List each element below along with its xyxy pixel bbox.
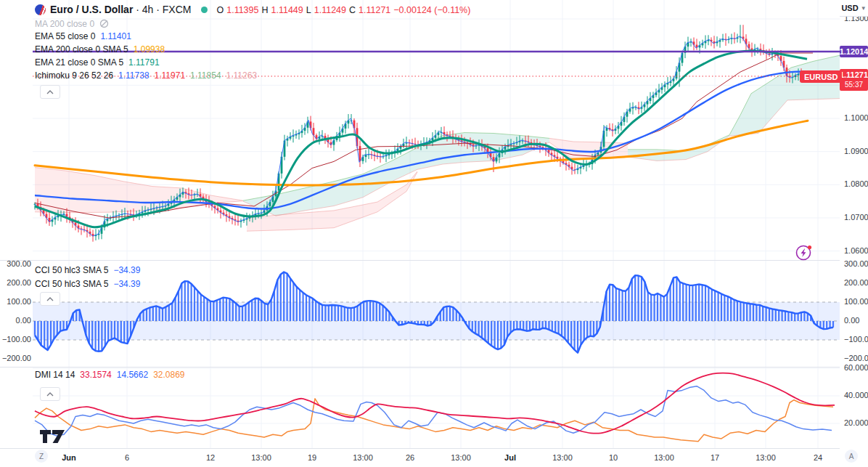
cci-left-axis-label: 200.00 [0, 278, 31, 287]
symbol-legend-row[interactable]: Euro / U.S. Dollar · 4h · FXCMO1.11395H1… [35, 4, 470, 16]
time-axis-label: 6 [125, 453, 129, 462]
price-axis-label: 1.10000 [844, 113, 868, 122]
ichimoku-cloud [628, 135, 729, 161]
cci-left-axis-label: 0.00 [0, 316, 31, 325]
cci-label-2: CCI 50 hlc3 SMA 5 [35, 279, 108, 289]
cci-axis-label: −100.00 [844, 335, 868, 344]
dmi-pane-collapse-button[interactable] [40, 387, 60, 401]
price-axis[interactable]: USD ▼ 1.130001.100001.090001.080001.0700… [840, 0, 868, 467]
price-axis-label: 1.09000 [844, 147, 868, 155]
dmi-value: 33.1574 [80, 370, 111, 380]
time-axis-label: 17 [711, 453, 719, 462]
cci-left-axis-label: 300.00 [0, 259, 31, 268]
ichimoku-value: 1.11738 [118, 70, 150, 81]
cci-axis-label: 100.00 [844, 297, 868, 306]
ema200-value: 1.09938 [134, 44, 165, 54]
price-change: −0.00124 (−0.11%) [393, 5, 470, 15]
dmi-axis-label: 60.0000 [844, 363, 868, 372]
time-axis-label: 13:00 [552, 453, 573, 462]
ohlc-item: H1.11449 [261, 5, 303, 15]
chevron-up-icon [46, 391, 54, 397]
ema55-label: EMA 55 close 0 [35, 31, 95, 41]
ichimoku-value: 1.11971 [155, 70, 186, 81]
visibility-off-icon[interactable] [99, 19, 109, 31]
tradingview-chart-window: Euro / U.S. Dollar · 4h · FXCMO1.11395H1… [0, 0, 868, 467]
last-price-value: 1.11271 [840, 70, 868, 80]
bar-countdown: 55:37 [845, 80, 863, 89]
cci-value-2: −34.39 [113, 279, 140, 289]
auto-scale-badge[interactable]: A [845, 450, 858, 463]
ohlc-values: O1.11395H1.11449L1.11249C1.11271 [216, 5, 393, 15]
main-pane-collapse-button[interactable] [40, 85, 60, 99]
ohlc-item: L1.11249 [306, 5, 346, 15]
ema21-label: EMA 21 close 0 SMA 5 [35, 57, 123, 68]
time-axis-label: 13:00 [251, 453, 271, 462]
horizontal-line-price-label: 1.12014 [840, 46, 868, 57]
cci-axis-label: 0.00 [844, 316, 859, 325]
ma200-label: MA 200 close 0 [35, 19, 94, 29]
cci-legend-row-1[interactable]: CCI 50 hlc3 SMA 5−34.39 [35, 265, 140, 276]
time-axis-label: 10 [609, 453, 618, 462]
ohlc-item: C1.11271 [349, 5, 390, 15]
ema55-value: 1.11401 [100, 31, 131, 41]
price-axis-label: 1.06000 [844, 246, 868, 255]
ohlc-item: O1.11395 [216, 5, 258, 15]
dmi-label: DMI 14 14 [35, 370, 75, 380]
ema200-label: EMA 200 close 0 SMA 5 [35, 44, 128, 54]
time-axis-label: 19 [308, 453, 316, 462]
currency-label: USD [841, 4, 858, 12]
cci-label-1: CCI 50 hlc3 SMA 5 [35, 265, 108, 275]
market-status-icon[interactable] [201, 7, 208, 13]
indicator-legend-ema200[interactable]: EMA 200 close 0 SMA 51.09938 [35, 44, 165, 55]
cci-value-1: −34.39 [113, 265, 140, 275]
lightning-alert-icon[interactable] [795, 243, 814, 261]
time-axis-label: Jun [62, 453, 76, 462]
dmi-axis-label: 20.0000 [844, 418, 868, 427]
time-axis-label: 13:00 [756, 453, 776, 462]
chevron-up-icon [46, 296, 54, 302]
cci-left-axis-label: −200.00 [0, 354, 31, 362]
dmi-value: 32.0869 [153, 370, 184, 380]
time-axis-label: 13:00 [451, 453, 471, 462]
candle-body [359, 146, 361, 161]
cci-left-axis-label: 100.00 [0, 297, 31, 306]
indicator-legend-ema21[interactable]: EMA 21 close 0 SMA 51.11791 [35, 57, 160, 68]
ichimoku-value: 1.11263 [226, 70, 258, 81]
time-axis-label: 13:00 [353, 453, 373, 462]
cci-legend-row-2[interactable]: CCI 50 hlc3 SMA 5−34.39 [35, 279, 140, 290]
last-price-label: 1.11271 55:37 [840, 69, 868, 91]
time-axis-label: 12 [206, 453, 215, 462]
time-axis-label: 24 [814, 453, 822, 462]
symbol-tag-text: EURUSD [804, 73, 838, 81]
ichimoku-values: 1.117381.119711.118541.11263 [113, 70, 257, 81]
last-price-symbol-tag: EURUSD [800, 70, 842, 83]
indicator-legend-ichimoku[interactable]: Ichimoku 9 26 52 261.117381.119711.11854… [35, 70, 257, 81]
chevron-up-icon [46, 89, 54, 95]
chevron-down-icon: ▼ [861, 5, 867, 12]
symbol-meta[interactable]: · 4h · FXCM [133, 4, 191, 15]
price-axis-label: 1.07000 [844, 213, 868, 222]
cci-left-axis-label: −100.00 [0, 335, 31, 344]
ichimoku-value: 1.11854 [190, 70, 221, 81]
time-axis-label: 26 [406, 453, 414, 462]
ichimoku-label: Ichimoku 9 26 52 26 [35, 70, 113, 81]
time-axis-label: 13:00 [654, 453, 674, 462]
dmi-value: 14.5662 [117, 370, 148, 380]
cci-axis-label: 200.00 [844, 278, 868, 287]
ema21-value: 1.11791 [128, 57, 160, 68]
dmi-legend-row[interactable]: DMI 14 1433.157414.566232.0869 [35, 370, 185, 381]
symbol-logo-icon [35, 4, 46, 15]
indicator-legend-ema55[interactable]: EMA 55 close 01.11401 [35, 31, 131, 42]
timezone-badge[interactable]: Z [35, 450, 48, 463]
cci-pane-collapse-button[interactable] [40, 292, 60, 306]
cci-axis-label: 300.00 [844, 259, 868, 268]
tradingview-logo[interactable] [39, 429, 67, 447]
currency-selector[interactable]: USD ▼ [840, 0, 868, 17]
dmi-values: 33.157414.566232.0869 [75, 370, 184, 380]
dmi-axis-label: 40.0000 [844, 391, 868, 399]
price-axis-label: 1.08000 [844, 179, 868, 188]
symbol-title[interactable]: Euro / U.S. Dollar [50, 4, 133, 15]
cci-axis-label: −200.00 [844, 354, 868, 362]
time-axis-label: Jul [504, 453, 516, 462]
indicator-legend-ma200[interactable]: MA 200 close 0 [35, 19, 109, 31]
